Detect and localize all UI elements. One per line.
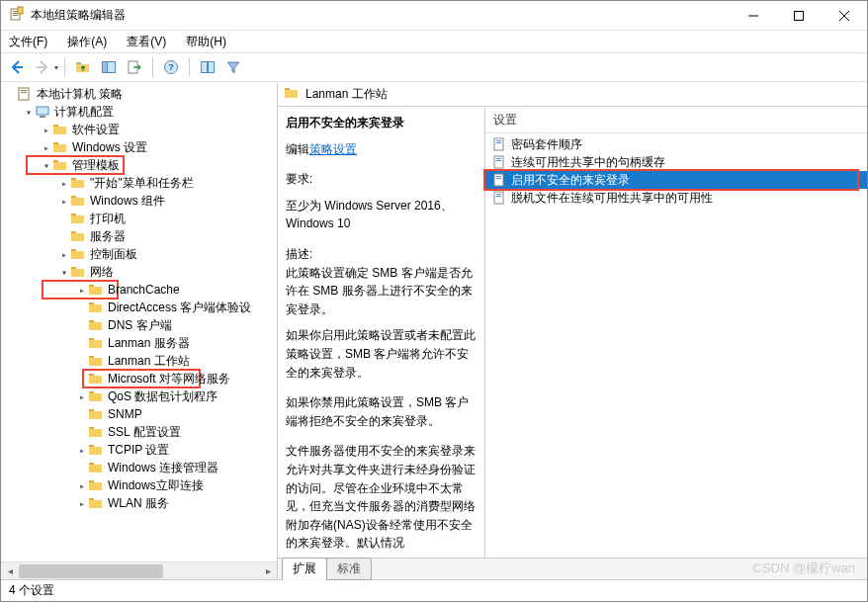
svg-rect-40 (71, 269, 84, 277)
svg-rect-46 (89, 322, 102, 330)
tree-admin-templates[interactable]: ▾ 管理模板 (1, 156, 277, 174)
svg-rect-68 (285, 90, 298, 98)
export-button[interactable] (123, 55, 146, 79)
tree-windows-now[interactable]: ▸Windows立即连接 (1, 476, 277, 494)
svg-rect-80 (496, 196, 501, 197)
svg-rect-12 (103, 62, 108, 73)
description-p2: 如果你启用此策略设置或者未配置此策略设置，SMB 客户端将允许不安全的来宾登录。 (286, 326, 477, 382)
list-item-label: 密码套件顺序 (511, 136, 582, 153)
maximize-button[interactable] (776, 1, 822, 30)
list-item[interactable]: 密码套件顺序 (485, 135, 867, 153)
tree-label: Windows 设置 (72, 139, 147, 156)
tree[interactable]: 本地计算机 策略 ▾ 计算机配置 ▸ 软件设置 ▸ Windows 设置 (1, 83, 277, 561)
folder-icon (70, 264, 86, 280)
filter-options-button[interactable] (196, 55, 219, 79)
close-button[interactable] (822, 1, 867, 30)
menu-file[interactable]: 文件(F) (7, 32, 49, 52)
tree-computer-config[interactable]: ▾ 计算机配置 (1, 103, 277, 121)
policy-icon (17, 86, 33, 102)
scroll-thumb[interactable] (19, 564, 163, 578)
tree-label: 本地计算机 策略 (37, 86, 123, 103)
tree-directaccess[interactable]: DirectAccess 客户端体验设 (1, 299, 277, 316)
history-dropdown-icon[interactable]: ▾ (54, 63, 58, 72)
menu-help[interactable]: 帮助(H) (184, 32, 228, 52)
folder-icon (52, 139, 68, 155)
folder-icon (70, 193, 86, 209)
tree-wlan[interactable]: ▸WLAN 服务 (1, 494, 277, 512)
tree-lanman-workstation[interactable]: Lanman 工作站 (1, 352, 277, 370)
forward-button[interactable] (31, 55, 54, 79)
tree-branchcache[interactable]: ▸BranchCache (1, 281, 277, 299)
tree-root[interactable]: 本地计算机 策略 (1, 85, 277, 103)
tree-panel: 本地计算机 策略 ▾ 计算机配置 ▸ 软件设置 ▸ Windows 设置 (1, 83, 278, 579)
tree-wcm[interactable]: Windows 连接管理器 (1, 459, 277, 476)
tree-label: "开始"菜单和任务栏 (90, 175, 194, 192)
tab-extended[interactable]: 扩展 (282, 558, 327, 580)
tree-qos[interactable]: ▸QoS 数据包计划程序 (1, 387, 277, 405)
minimize-button[interactable] (731, 1, 776, 30)
back-button[interactable] (5, 55, 29, 79)
list-item-label: 连续可用性共享中的句柄缓存 (511, 154, 665, 171)
window-title: 本地组策略编辑器 (31, 7, 731, 24)
svg-rect-1 (13, 11, 18, 12)
folder-icon (88, 460, 104, 475)
up-button[interactable] (71, 55, 95, 79)
show-hide-tree-button[interactable] (97, 55, 121, 79)
tree-windows-settings[interactable]: ▸ Windows 设置 (1, 138, 277, 156)
folder-icon (70, 228, 86, 244)
tree-label: 管理模板 (72, 157, 120, 174)
list-item[interactable]: 连续可用性共享中的句柄缓存 (485, 153, 867, 171)
folder-icon (70, 246, 86, 262)
tree-server[interactable]: 服务器 (1, 227, 277, 245)
tab-standard[interactable]: 标准 (326, 558, 372, 580)
tree-tcpip[interactable]: ▸TCPIP 设置 (1, 441, 277, 459)
folder-icon (88, 424, 104, 440)
svg-rect-42 (89, 287, 102, 295)
svg-rect-79 (496, 194, 501, 195)
svg-rect-34 (71, 215, 84, 223)
column-header-setting[interactable]: 设置 (485, 108, 867, 133)
scroll-left-button[interactable]: ◂ (1, 562, 19, 580)
tree-snmp[interactable]: SNMP (1, 405, 277, 423)
requirements-text: 至少为 Windows Server 2016、Windows 10 (286, 197, 477, 233)
svg-rect-64 (89, 482, 102, 490)
tree-lanman-server[interactable]: Lanman 服务器 (1, 334, 277, 352)
svg-rect-73 (496, 158, 501, 159)
tree-control-panel[interactable]: ▸控制面板 (1, 245, 277, 263)
tree-label: Windows立即连接 (108, 477, 204, 494)
tree-software-settings[interactable]: ▸ 软件设置 (1, 121, 277, 138)
svg-rect-58 (89, 429, 102, 437)
tree-network[interactable]: ▾网络 (1, 263, 277, 281)
svg-rect-50 (89, 358, 102, 366)
tree-windows-components[interactable]: ▸Windows 组件 (1, 192, 277, 210)
description-panel: 启用不安全的来宾登录 编辑策略设置 要求: 至少为 Windows Server… (278, 108, 485, 558)
statusbar: 4 个设置 (1, 579, 867, 601)
svg-rect-70 (496, 140, 501, 141)
help-button[interactable]: ? (159, 55, 183, 79)
edit-policy-link[interactable]: 策略设置 (309, 142, 357, 156)
folder-icon (88, 388, 104, 404)
app-icon (9, 6, 25, 25)
tree-label: BranchCache (108, 283, 180, 297)
tree-start-menu[interactable]: ▸"开始"菜单和任务栏 (1, 174, 277, 192)
svg-rect-4 (18, 7, 23, 14)
svg-rect-6 (795, 11, 804, 20)
menu-action[interactable]: 操作(A) (65, 32, 109, 52)
filter-button[interactable] (221, 55, 245, 79)
menu-view[interactable]: 查看(V) (125, 32, 168, 52)
settings-list[interactable]: 密码套件顺序 连续可用性共享中的句柄缓存 启用不安全的来宾登录 脱机文 (485, 133, 867, 558)
list-item-selected[interactable]: 启用不安全的来宾登录 (485, 171, 867, 189)
list-item[interactable]: 脱机文件在连续可用性共享中的可用性 (485, 189, 867, 207)
tree-dns-client[interactable]: DNS 客户端 (1, 316, 277, 334)
tree-printers[interactable]: 打印机 (1, 210, 277, 227)
tree-ssl-config[interactable]: SSL 配置设置 (1, 423, 277, 441)
tree-horizontal-scrollbar[interactable]: ◂ ▸ (1, 561, 277, 579)
svg-rect-75 (494, 174, 503, 186)
tree-microsoft-p2p[interactable]: Microsoft 对等网络服务 (1, 370, 277, 387)
svg-rect-22 (40, 116, 45, 118)
folder-icon (52, 122, 68, 137)
scroll-right-button[interactable]: ▸ (259, 562, 277, 580)
description-label: 描述: (286, 245, 477, 264)
folder-icon (88, 406, 104, 422)
svg-rect-19 (21, 90, 27, 91)
